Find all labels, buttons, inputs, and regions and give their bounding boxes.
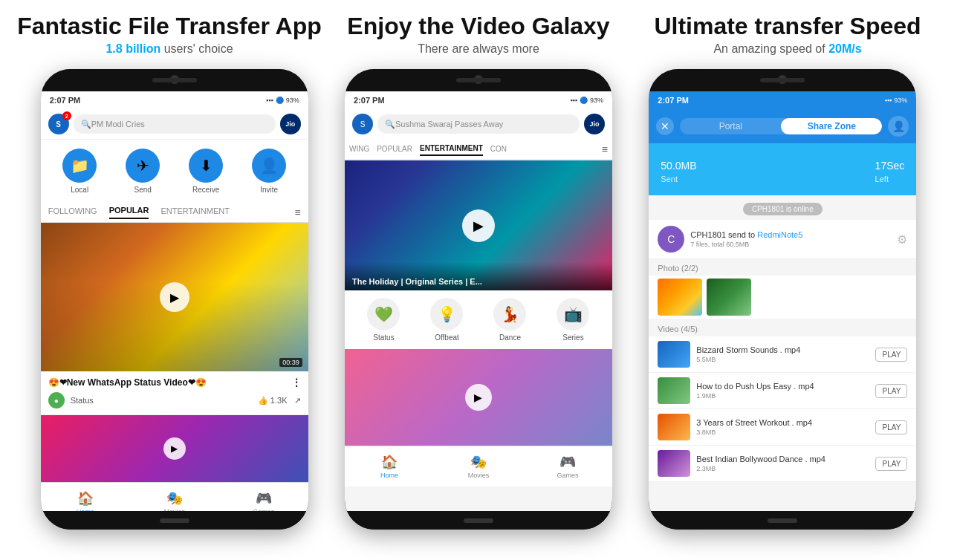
phone3-speaker <box>760 78 805 82</box>
phone1-video-meta: ● Status 👍 1.3K ↗ <box>48 392 301 408</box>
invite-icon[interactable]: 👤 <box>252 149 286 183</box>
phone2-cat-dance[interactable]: 💃 Dance <box>493 298 526 342</box>
phone3-home-button[interactable] <box>768 518 797 523</box>
phone1-tab-following[interactable]: FOLLOWING <box>48 206 97 218</box>
phone1-tab-entertainment[interactable]: ENTERTAINMENT <box>160 206 230 218</box>
local-icon[interactable]: 📁 <box>62 149 97 183</box>
phone-2: 2:07 PM ▪▪▪ 🔵 93% S 🔍 Sushma Swaraj Pass… <box>345 69 612 530</box>
phone1-wifi-icon: 🔵 <box>276 97 284 104</box>
phone2-cat-status[interactable]: 💚 Status <box>367 298 400 342</box>
phone3-video-info-1: Bizzard Storm Sounds . mp4 5.5MB <box>696 345 869 363</box>
phone2-nav-home[interactable]: 🏠 Home <box>345 446 434 486</box>
phone2-status-icons: ▪▪▪ 🔵 93% <box>570 97 603 104</box>
phone2-video-title-overlay: The Holiday | Original Series | E... <box>345 262 612 290</box>
phone2-cat-series[interactable]: 📺 Series <box>557 298 589 342</box>
phone1-search-input[interactable]: 🔍 PM Modi Cries <box>74 114 276 134</box>
send-icon[interactable]: ✈ <box>126 149 160 183</box>
phone1-status-label: Status <box>71 396 94 405</box>
phone3-top-action-bar: ✕ Portal Share Zone 👤 <box>649 109 916 143</box>
phone2-nav-games[interactable]: 🎮 Games <box>523 446 612 486</box>
phone2-tab-popular[interactable]: POPULAR <box>377 143 412 155</box>
transfer-speed-subtitle: An amazing speed of 20M/s <box>713 42 861 56</box>
phone1-tabs: FOLLOWING POPULAR ENTERTAINMENT ≡ <box>41 203 308 223</box>
phone3-tab-bar: Portal Share Zone <box>680 118 882 134</box>
phone2-dance-play-button[interactable]: ▶ <box>465 384 492 411</box>
phone2-home-icon: 🏠 <box>381 454 398 470</box>
phone3-sharezone-tab[interactable]: Share Zone <box>781 118 882 134</box>
phone2-dance-video[interactable]: ▶ <box>345 349 612 446</box>
phone3-gear-icon[interactable]: ⚙ <box>897 232 907 247</box>
phone2-cat-offbeat[interactable]: 💡 Offbeat <box>430 298 463 342</box>
phone3-vt1-thumbnail <box>658 341 690 368</box>
phone3-video-section-label: Video (4/5) <box>649 320 916 336</box>
local-label: Local <box>71 186 88 194</box>
transfer-speed-header: Ultimate transfer Speed An amazing speed… <box>633 13 942 56</box>
phone3-time-stat: 17Sec Left <box>875 151 905 183</box>
phone3-sender-avatar: C <box>658 226 684 253</box>
phone3-receiver-name: RedmiNote5 <box>757 230 802 239</box>
home-icon: 🏠 <box>77 490 94 507</box>
phone3-play-button-2[interactable]: PLAY <box>875 384 907 398</box>
phone1-play-button[interactable]: ▶ <box>160 282 189 312</box>
phone3-sent-value: 50.0MB <box>661 151 696 173</box>
phone1-tab-popular[interactable]: POPULAR <box>109 206 149 219</box>
phone2-nav-movies-label: Movies <box>468 472 490 479</box>
phone2-offbeat-label: Offbeat <box>435 333 459 342</box>
transfer-speed-highlight: 20M/s <box>828 42 861 55</box>
phone2-series-label: Series <box>562 333 583 342</box>
phone3-user-icon[interactable]: 👤 <box>888 116 909 137</box>
phone2-tab-con[interactable]: CON <box>490 143 507 155</box>
phone2-nav-movies[interactable]: 🎭 Movies <box>434 446 523 486</box>
phone2-jio-button[interactable]: Jio <box>584 114 605 134</box>
hamburger-icon[interactable]: ≡ <box>294 206 300 218</box>
file-transfer-subtitle: 1.8 billion users' choice <box>106 42 233 56</box>
phone3-video-size-3: 3.8MB <box>696 429 869 436</box>
phone3-signal-icon: ▪▪▪ <box>885 97 892 104</box>
phone3-video-item-2: How to do Push Ups Easy . mp4 1.9MB PLAY <box>649 373 916 409</box>
phone1-nav-home[interactable]: 🏠 Home <box>41 483 130 511</box>
phone2-home-button[interactable] <box>464 518 493 523</box>
phone3-video-item-3: 3 Years of Street Workout . mp4 3.8MB PL… <box>649 409 916 446</box>
phone3-sender-text: CPH1801 send to RedmiNote5 7 files, tota… <box>690 230 891 248</box>
file-transfer-title: Fantastic File Transfer App <box>17 13 322 39</box>
phone1-nav-games[interactable]: 🎮 Games <box>219 483 308 511</box>
phone3-photo-sunset <box>658 279 702 316</box>
phone2-avatar: S <box>352 114 373 134</box>
phone2-status-label: Status <box>373 333 394 342</box>
phone2-tab-wing[interactable]: WING <box>349 143 369 155</box>
phone3-close-button[interactable]: ✕ <box>656 117 674 135</box>
phone1-play-button-2[interactable]: ▶ <box>163 437 186 460</box>
phone1-home-button[interactable] <box>160 518 189 523</box>
phone1-avatar: S2 <box>48 114 69 134</box>
phone2-nav-home-label: Home <box>380 472 398 479</box>
video-galaxy-header: Enjoy the Video Galaxy There are always … <box>324 13 633 56</box>
phone3-portal-tab[interactable]: Portal <box>680 118 781 134</box>
phone1-video-thumbnail[interactable]: ▶ 00:39 <box>41 223 308 371</box>
phone3-play-button-4[interactable]: PLAY <box>875 457 907 471</box>
phone2-search-field[interactable]: 🔍 Sushma Swaraj Passes Away <box>377 114 580 134</box>
phone3-play-button-1[interactable]: PLAY <box>875 348 907 362</box>
phone3-sent-label: Sent <box>661 175 696 183</box>
phone2-hamburger-icon[interactable]: ≡ <box>602 143 608 155</box>
phone2-main-video[interactable]: ▶ The Holiday | Original Series | E... <box>345 160 612 290</box>
phone1-status-icon: ● <box>48 392 65 408</box>
movies-icon: 🎭 <box>166 490 183 507</box>
receive-icon[interactable]: ⬇ <box>189 149 223 183</box>
phone2-play-button[interactable]: ▶ <box>462 209 495 242</box>
phone2-categories: 💚 Status 💡 Offbeat 💃 Dance 📺 Series <box>345 290 612 349</box>
phone1-more-icon[interactable]: ⋮ <box>292 377 301 388</box>
phone2-top-bar <box>345 69 612 91</box>
transfer-speed-title: Ultimate transfer Speed <box>654 13 921 39</box>
phone3-video-info-3: 3 Years of Street Workout . mp4 3.8MB <box>696 418 869 436</box>
phone1-nav-movies[interactable]: 🎭 Movies <box>130 483 219 511</box>
phone3-play-button-3[interactable]: PLAY <box>875 420 907 434</box>
phone1-jio-button[interactable]: Jio <box>280 114 301 134</box>
phone1-top-bar <box>41 69 308 91</box>
phone1-badge: 2 <box>62 111 71 120</box>
games-icon: 🎮 <box>256 490 272 507</box>
phone1-second-thumbnail[interactable]: ▶ <box>41 415 308 482</box>
send-label: Send <box>134 186 151 194</box>
phone1-battery: 93% <box>286 97 299 104</box>
phone1-send-item: ✈ Send <box>126 149 160 194</box>
phone2-tab-entertainment[interactable]: ENTERTAINMENT <box>420 142 483 156</box>
